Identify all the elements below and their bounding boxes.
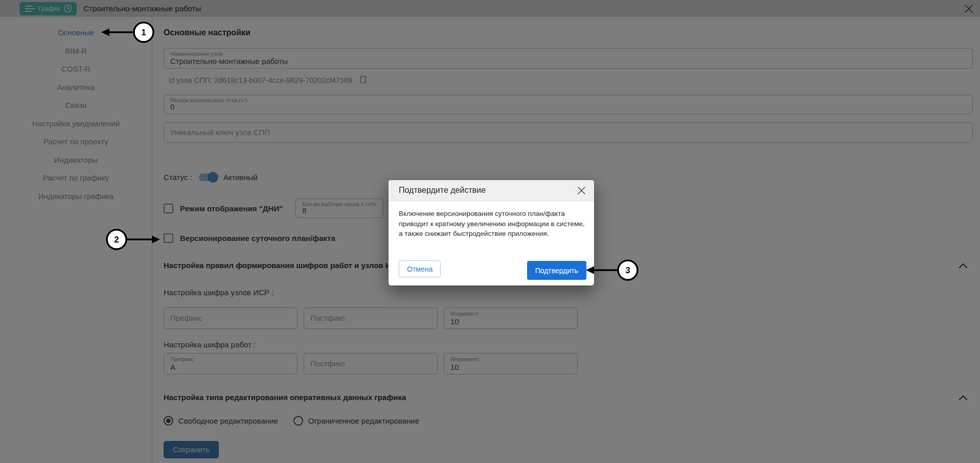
cancel-button[interactable]: Отмена — [399, 260, 441, 277]
confirm-dialog-header: Подтвердите действие — [389, 180, 594, 201]
close-icon — [577, 186, 586, 195]
confirm-button[interactable]: Подтвердить — [527, 261, 586, 280]
confirm-dialog: Подтвердите действие Включение версионир… — [389, 180, 594, 285]
confirm-dialog-title: Подтвердите действие — [399, 186, 486, 195]
confirm-dialog-message: Включение версионирования суточного план… — [399, 209, 585, 239]
dialog-close-button[interactable] — [576, 185, 587, 196]
